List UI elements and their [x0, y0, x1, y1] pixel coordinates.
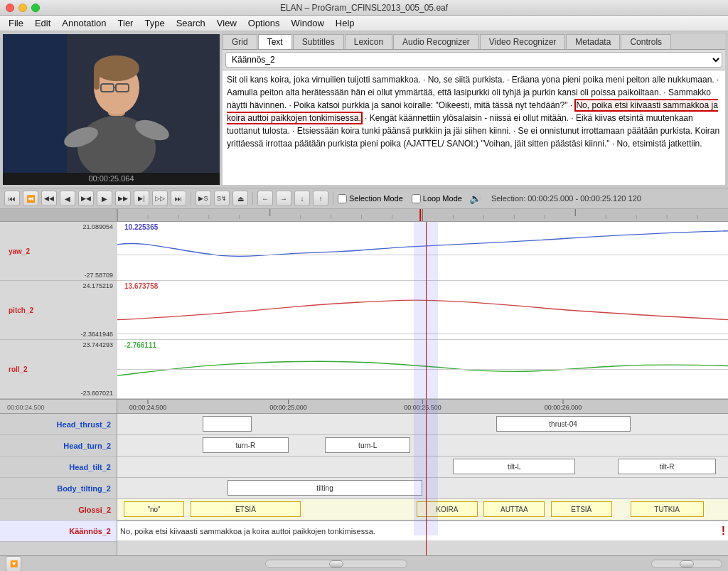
close-button[interactable]	[6, 4, 14, 12]
head-turn-track: turn-R turn-L	[117, 435, 728, 457]
svg-rect-1	[3, 34, 67, 173]
nav-up-button[interactable]: ↑	[313, 191, 328, 206]
roll-track-name: roll_2	[9, 365, 28, 373]
window-controls[interactable]	[6, 4, 40, 12]
head-turn-seg-2[interactable]: turn-L	[325, 437, 410, 453]
nav-right-button[interactable]: →	[276, 191, 291, 206]
zoom-minus-button[interactable]: 🔽	[6, 556, 21, 572]
tier-dropdown[interactable]: Käännös_2	[225, 52, 722, 68]
menu-type[interactable]: Type	[139, 16, 170, 30]
menu-annotation[interactable]: Annotation	[56, 16, 112, 30]
head-tilt-track: tilt-L tilt-R	[117, 457, 728, 478]
glossi-seg-5[interactable]: ETSIÄ	[551, 501, 612, 517]
pitch-label: 24.175219 pitch_2 -2.3641946	[0, 281, 117, 340]
kaannos-track: No, poika etsi kiivaasti sammakkoa ja ko…	[117, 521, 728, 540]
tab-controls[interactable]: Controls	[621, 34, 671, 49]
next-button[interactable]: ▷▷	[152, 191, 168, 206]
body-tilting-seg-1[interactable]: tilting	[228, 480, 423, 496]
horizontal-scrollbar[interactable]	[265, 560, 407, 568]
svg-text:00:00:25.000: 00:00:25.000	[269, 404, 307, 411]
tab-bar: Grid Text Subtitles Lexicon Audio Recogn…	[223, 34, 725, 50]
playhead-line	[426, 222, 427, 399]
menu-edit[interactable]: Edit	[29, 16, 56, 30]
maximize-button[interactable]	[31, 4, 40, 12]
go-to-end-button[interactable]: ⏭	[171, 191, 186, 206]
next-frame-button[interactable]: ▶|	[134, 191, 149, 206]
glossi-seg-1[interactable]: "no"	[124, 501, 185, 517]
tab-metadata[interactable]: Metadata	[566, 34, 620, 49]
svg-text:00:00:25.500: 00:00:25.500	[404, 404, 441, 411]
menu-view[interactable]: View	[211, 16, 242, 30]
loop-mode-label: Loop Mode	[412, 194, 462, 203]
prev-button[interactable]: ⏪	[23, 191, 38, 206]
play-pause-back-button[interactable]: ▶◀	[78, 191, 94, 206]
play-button[interactable]: ▶	[97, 191, 112, 206]
kaannos-text: No, poika etsi kiivaasti sammakkoa ja ko…	[120, 527, 375, 535]
tab-audio-recognizer[interactable]: Audio Recognizer	[393, 34, 479, 49]
svg-text:00:00:26.000: 00:00:26.000	[545, 404, 582, 411]
menu-window[interactable]: Window	[286, 16, 330, 30]
minimize-button[interactable]	[18, 4, 27, 12]
glossi-seg-2[interactable]: ETSIÄ	[191, 501, 301, 517]
text-area[interactable]: Sit oli kans koira, joka virnuilien tuij…	[223, 70, 725, 185]
roll-value: -2.766111	[124, 341, 156, 349]
play-selection-button[interactable]: ▶S	[196, 191, 211, 206]
nav-down-button[interactable]: ↓	[294, 191, 310, 206]
head-turn-seg-1[interactable]: turn-R	[203, 437, 288, 453]
eject-button[interactable]: ⏏	[232, 191, 248, 206]
head-tilt-seg-1[interactable]: tilt-L	[453, 459, 575, 474]
head-thrust-seg-1[interactable]	[203, 416, 252, 432]
pitch-track-name: pitch_2	[9, 306, 33, 314]
next-annot-button[interactable]: ▶▶	[115, 191, 131, 206]
separator-3	[333, 192, 333, 205]
video-content	[3, 34, 220, 173]
pitch-min: -2.3641946	[80, 331, 113, 338]
menu-options[interactable]: Options	[242, 16, 286, 30]
svg-rect-8	[94, 68, 100, 90]
menu-search[interactable]: Search	[171, 16, 211, 30]
annot-label-body-tilting: Body_tilting_2	[0, 478, 117, 499]
glossi-seg-6[interactable]: TUTKIA	[631, 501, 704, 517]
bottom-left: 🔽	[6, 556, 21, 572]
head-tilt-seg-2[interactable]: tilt-R	[618, 459, 715, 474]
tab-video-recognizer[interactable]: Video Recognizer	[480, 34, 566, 49]
loop-mode-checkbox[interactable]	[412, 194, 421, 203]
nav-left-button[interactable]: ←	[257, 191, 273, 206]
selection-mode-label: Selection Mode	[338, 194, 403, 203]
menubar: File Edit Annotation Tier Type Search Vi…	[0, 16, 728, 31]
yaw-max: 21.089054	[82, 223, 113, 230]
yaw-min: -27.58709	[84, 272, 113, 279]
yaw-value: 10.225365	[124, 223, 158, 231]
zoom-scrollbar-thumb[interactable]	[680, 560, 694, 567]
head-thrust-seg-2[interactable]: thrust-04	[496, 416, 631, 432]
tab-subtitles[interactable]: Subtitles	[293, 34, 344, 49]
zoom-scrollbar[interactable]	[651, 560, 722, 568]
volume-icon[interactable]: 🔊	[469, 193, 481, 204]
prev-annot-button[interactable]: ◀	[60, 191, 75, 206]
annot-label-kaannos: Käännös_2	[0, 521, 117, 542]
tab-grid[interactable]: Grid	[223, 34, 257, 49]
go-to-begin-button[interactable]: ⏮	[4, 191, 20, 206]
svg-text:00:00:24.500: 00:00:24.500	[7, 404, 45, 411]
svg-text:00:00:24.500: 00:00:24.500	[129, 404, 167, 411]
pitch-waveform	[117, 281, 728, 339]
right-panel: Grid Text Subtitles Lexicon Audio Recogn…	[223, 34, 725, 185]
pitch-max: 24.175219	[82, 282, 113, 289]
selection-info: Selection: 00:00:25.000 - 00:00:25.120 1…	[491, 194, 641, 203]
tab-text[interactable]: Text	[258, 34, 292, 49]
play-loop-button[interactable]: S↯	[214, 191, 230, 206]
glossi-seg-3[interactable]: KOIRA	[417, 501, 478, 517]
signal-area: 21.089054 yaw_2 -27.58709 24.175219 pitc…	[0, 222, 728, 399]
annot-label-glossi: Glossi_2	[0, 499, 117, 521]
menu-file[interactable]: File	[3, 16, 29, 30]
selection-mode-checkbox[interactable]	[338, 194, 347, 203]
yaw-zero-line	[117, 255, 728, 255]
menu-tier[interactable]: Tier	[112, 16, 139, 30]
yaw-waveform	[117, 222, 728, 280]
glossi-seg-4[interactable]: AUTTAA	[483, 501, 545, 517]
annot-label-head-tilt: Head_tilt_2	[0, 457, 117, 478]
menu-help[interactable]: Help	[330, 16, 360, 30]
scrollbar-thumb[interactable]	[329, 560, 343, 567]
tab-lexicon[interactable]: Lexicon	[345, 34, 392, 49]
prev-frame-button[interactable]: ◀◀	[41, 191, 57, 206]
